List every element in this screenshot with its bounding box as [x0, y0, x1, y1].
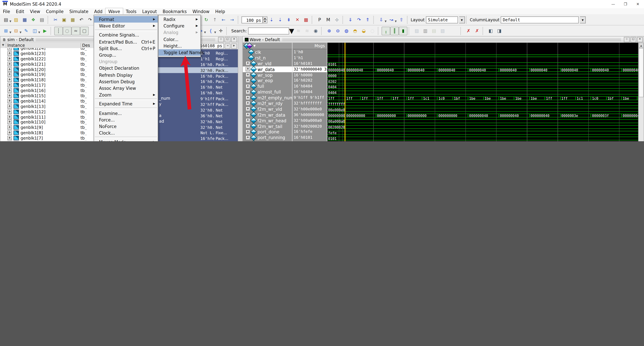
- wave-signal-name[interactable]: +f2m_wr_data: [243, 112, 292, 118]
- expand-icon[interactable]: +: [8, 130, 12, 135]
- wave-vscrollbar[interactable]: ▲ ▼: [638, 43, 644, 141]
- run-length-field[interactable]: 100 ps: [241, 16, 263, 23]
- wave-dock-icon[interactable]: ⊹: [624, 37, 630, 42]
- edit-mode-toggle[interactable]: ≈: [72, 26, 80, 35]
- spin-down-icon[interactable]: ▼: [263, 20, 267, 23]
- wave-close-icon[interactable]: ✕: [637, 37, 643, 42]
- zoom-mode-toggle[interactable]: ◌: [63, 26, 71, 35]
- menu-item-configure[interactable]: Configure▶: [158, 23, 200, 29]
- objects-undock-icon[interactable]: ◱: [225, 37, 230, 42]
- wave-signal-name[interactable]: +wr_eop: [243, 78, 292, 83]
- wave-signal-name[interactable]: +f2m_wr_head: [243, 118, 292, 123]
- dropdown-icon[interactable]: ▼: [204, 30, 206, 33]
- find-pointer-icon[interactable]: ◉: [312, 26, 320, 35]
- menu-help[interactable]: Help: [212, 8, 228, 14]
- undo-icon[interactable]: ↶: [77, 15, 86, 24]
- menu-item-expanded-time[interactable]: Expanded Time▶: [94, 101, 158, 107]
- wave-signal-name[interactable]: +f2m_wr_tail: [243, 123, 292, 129]
- menu-file[interactable]: File: [0, 8, 13, 14]
- menu-tools[interactable]: Tools: [123, 8, 139, 14]
- expand-icon[interactable]: +: [8, 67, 12, 71]
- chevron-down-icon[interactable]: ▼: [459, 16, 465, 23]
- expand-icon[interactable]: +: [8, 78, 12, 82]
- search-input[interactable]: [248, 27, 289, 34]
- print-icon[interactable]: ▤: [38, 15, 46, 24]
- step-out-current-icon[interactable]: ⇧: [397, 15, 406, 24]
- expand-icon[interactable]: +: [8, 56, 12, 61]
- run-continue-icon[interactable]: ⇣: [276, 15, 284, 24]
- up-arrow-icon[interactable]: ↑: [210, 15, 219, 24]
- menu-item-assertion-debug[interactable]: Assertion Debug: [94, 78, 158, 85]
- layout-combobox[interactable]: LayoutSimulate▼: [411, 16, 465, 23]
- menu-item-force[interactable]: Force...: [94, 116, 158, 123]
- wave-signal-value[interactable]: 32'h00000040 32...: [292, 66, 327, 72]
- zoom-full-icon[interactable]: ◍: [342, 26, 351, 35]
- waveform-area[interactable]: 0101000000400000004000000040000000400000…: [327, 43, 638, 141]
- wave-panel-grip[interactable]: [282, 38, 621, 41]
- pane-left-icon[interactable]: ◧: [486, 26, 495, 35]
- wave-signal-value[interactable]: 32'h00200020: [292, 123, 327, 129]
- edit-wave-icon[interactable]: ✎: [22, 26, 30, 35]
- menu-wave[interactable]: Wave: [105, 8, 123, 14]
- forward-icon[interactable]: →: [228, 15, 236, 24]
- menu-item-combine-signals[interactable]: Combine Signals...: [94, 32, 158, 38]
- menu-edit[interactable]: Edit: [13, 8, 27, 14]
- step-over-icon[interactable]: ↷: [355, 15, 363, 24]
- dropdown-icon[interactable]: ▼: [20, 30, 22, 33]
- wave-signal-name[interactable]: +recv_num: [243, 140, 292, 141]
- maximize-button[interactable]: ❒: [619, 0, 632, 8]
- wave-row-large-icon[interactable]: ▮: [399, 26, 407, 35]
- close-button[interactable]: ✕: [632, 0, 644, 8]
- expand-icon[interactable]: +: [246, 61, 250, 66]
- menu-layout[interactable]: Layout: [139, 8, 160, 14]
- wave-signal-name[interactable]: +wr_data: [243, 66, 292, 72]
- wave-row-small-icon[interactable]: ╷: [382, 26, 390, 35]
- wave-signal-value[interactable]: 16'h0101: [292, 61, 327, 66]
- menu-item-height[interactable]: Height...: [158, 42, 200, 49]
- menu-item-extract-pad-bus[interactable]: Extract/Pad Bus...Ctrl+E: [94, 38, 158, 45]
- wave-signal-value[interactable]: 1'h1: [292, 55, 327, 61]
- wave-signal-name[interactable]: clk: [243, 49, 292, 55]
- expand-icon[interactable]: +: [246, 101, 250, 106]
- expand-icon[interactable]: +: [8, 51, 12, 56]
- menu-window[interactable]: Window: [190, 8, 212, 14]
- pane-right-icon[interactable]: ◨: [495, 26, 504, 35]
- search-dropdown-icon[interactable]: ▼: [289, 27, 294, 35]
- save-format-icon[interactable]: ◫: [30, 26, 39, 35]
- wave-signal-value[interactable]: 9'h1ff 9'h1ff 9'h1f...: [292, 95, 327, 100]
- dropdown-icon[interactable]: ▼: [10, 30, 11, 33]
- profile-memory-icon[interactable]: M: [324, 15, 332, 24]
- menu-item-split-bus[interactable]: Split Bus...Ctrl+P: [94, 45, 158, 52]
- profile-performance-icon[interactable]: P: [315, 15, 324, 24]
- wave-signal-name[interactable]: +almost_full: [243, 89, 292, 95]
- reload-icon[interactable]: ↻: [202, 15, 210, 24]
- wave-signal-value[interactable]: 32'hffffffff: [292, 100, 327, 106]
- zoom-out-icon[interactable]: ⊖: [334, 26, 342, 35]
- back-icon[interactable]: ←: [219, 15, 228, 24]
- wave-signal-name[interactable]: +f2m_wr_vld: [243, 106, 292, 112]
- zoom-range-icon[interactable]: ◒: [360, 26, 368, 35]
- wave-cursor[interactable]: [345, 43, 346, 141]
- objects-close-icon[interactable]: ✕: [231, 37, 237, 42]
- paste-icon[interactable]: ▦: [68, 15, 77, 24]
- menu-item-wave-editor[interactable]: Wave Editor▶: [94, 23, 158, 29]
- wave-signal-value[interactable]: 16'h0202: [292, 78, 327, 83]
- expand-icon[interactable]: +: [8, 99, 12, 103]
- wave-signal-name[interactable]: +wr_vld: [243, 61, 292, 66]
- copy-icon[interactable]: ▣: [60, 15, 68, 24]
- menu-item-radix[interactable]: Radix▶: [158, 16, 200, 23]
- wave-signal-value[interactable]: 16'h0404: [292, 83, 327, 89]
- expand-icon[interactable]: +: [246, 95, 250, 100]
- break-icon[interactable]: ▩: [302, 15, 310, 24]
- compile-icon[interactable]: ❖: [29, 15, 38, 24]
- expand-icon[interactable]: +: [8, 120, 12, 124]
- expand-icon[interactable]: +: [246, 124, 250, 128]
- filter-icon[interactable]: ▼: [0, 43, 6, 48]
- menu-add[interactable]: Add: [91, 8, 105, 14]
- expand-icon[interactable]: +: [246, 135, 250, 140]
- menu-item-format[interactable]: Format▶: [94, 16, 158, 23]
- cancel-icon[interactable]: ✗: [464, 26, 473, 35]
- wave-undock-icon[interactable]: ◱: [630, 37, 636, 42]
- expand-icon[interactable]: +: [8, 104, 12, 109]
- run-length-spinner[interactable]: ▲▼: [263, 16, 267, 23]
